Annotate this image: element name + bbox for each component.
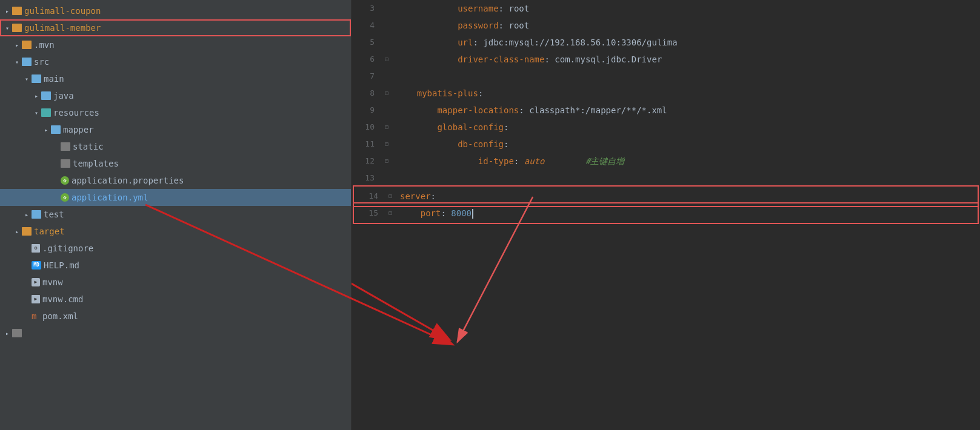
tree-item-gulimall-member[interactable]: gulimall-member — [0, 19, 351, 36]
tree-item-mvnw[interactable]: ▶ mvnw — [0, 274, 351, 291]
folder-icon — [32, 210, 41, 219]
line-number: 5 — [352, 34, 382, 51]
fold-gutter: ⊟ — [385, 188, 395, 205]
line-number: 9 — [352, 102, 382, 119]
tree-label: gulimall-coupon — [24, 6, 101, 16]
tree-item-main[interactable]: main — [0, 70, 351, 87]
tree-arrow — [41, 127, 51, 133]
folder-icon — [22, 227, 32, 236]
folder-icon — [51, 125, 61, 134]
code-content: mapper-locations: classpath*:/mapper/**/… — [392, 102, 667, 119]
tree-item-gitignore[interactable]: ⚙ .gitignore — [0, 240, 351, 257]
code-content: url: jdbc:mysql://192.168.56.10:3306/gul… — [392, 34, 678, 51]
fold-gutter: ⊟ — [382, 136, 392, 153]
spring-icon: ✿ — [61, 176, 69, 185]
fold-gutter — [382, 102, 392, 119]
code-line-9: 9 mapper-locations: classpath*:/mapper/*… — [352, 102, 980, 119]
tree-item-target[interactable]: target — [0, 223, 351, 240]
code-line-12: 12 ⊟ id-type: auto #主键自增 — [352, 153, 980, 170]
code-line-7: 7 — [352, 68, 980, 85]
line-number: 15 — [355, 205, 385, 222]
code-line-14: 14 ⊟ server: — [355, 188, 976, 205]
code-content — [392, 170, 396, 187]
folder-icon — [12, 7, 22, 15]
line-number: 3 — [352, 0, 382, 17]
fold-gutter — [382, 0, 392, 17]
tree-item-resources[interactable]: resources — [0, 104, 351, 121]
fold-gutter — [382, 68, 392, 85]
code-line-5: 5 url: jdbc:mysql://192.168.56.10:3306/g… — [352, 34, 980, 51]
tree-label: src — [34, 57, 49, 67]
tree-item-test[interactable]: test — [0, 206, 351, 223]
tree-arrow — [22, 211, 32, 218]
tree-label: .gitignore — [42, 243, 93, 253]
tree-arrow — [2, 8, 12, 15]
tree-item-application-properties[interactable]: ✿ application.properties — [0, 172, 351, 189]
fold-gutter: ⊟ — [382, 85, 392, 102]
file-icon: ⚙ — [32, 244, 40, 253]
mvnwcmd-icon: ▶ — [32, 295, 40, 303]
file-tree: gulimall-coupon gulimall-member .mvn src… — [0, 0, 352, 430]
code-content: username: root — [392, 0, 529, 17]
tree-label: .mvn — [34, 40, 55, 50]
tree-label: mapper — [63, 125, 94, 134]
line-number: 6 — [352, 51, 382, 68]
folder-icon — [22, 41, 32, 49]
tree-item-application-yml[interactable]: ✿ application.yml — [0, 189, 351, 206]
tree-arrow — [12, 228, 22, 235]
tree-item-help-md[interactable]: MD HELP.md — [0, 257, 351, 274]
editor-panel: 3 username: root 4 password: root 5 url:… — [352, 0, 980, 430]
line-number: 10 — [352, 119, 382, 136]
fold-gutter: ⊟ — [382, 153, 392, 170]
folder-icon — [12, 329, 22, 337]
tree-item-mvnw-cmd[interactable]: ▶ mvnw.cmd — [0, 291, 351, 308]
tree-item-mvn[interactable]: .mvn — [0, 36, 351, 53]
line-number: 13 — [352, 170, 382, 187]
tree-item-pom-xml[interactable]: m pom.xml — [0, 308, 351, 325]
folder-icon — [61, 159, 70, 168]
maven-icon: m — [32, 312, 40, 320]
tree-label: main — [44, 74, 64, 84]
code-content: password: root — [392, 17, 529, 34]
code-line-4: 4 password: root — [352, 17, 980, 34]
folder-icon — [22, 58, 32, 66]
code-line-11: 11 ⊟ db-config: — [352, 136, 980, 153]
code-content: mybatis-plus: — [392, 85, 483, 102]
code-line-6: 6 ⊟ driver-class-name: com.mysql.jdbc.Dr… — [352, 51, 980, 68]
tree-arrow — [2, 330, 12, 337]
fold-gutter: ⊟ — [382, 119, 392, 136]
tree-label: application.yml — [72, 193, 148, 202]
fold-gutter — [382, 34, 392, 51]
tree-label: templates — [73, 159, 119, 168]
tree-item-java[interactable]: java — [0, 87, 351, 104]
tree-item-mapper[interactable]: mapper — [0, 121, 351, 138]
tree-item-templates[interactable]: templates — [0, 155, 351, 172]
mvnw-icon: ▶ — [32, 278, 40, 286]
tree-item-src[interactable]: src — [0, 53, 351, 70]
folder-icon — [41, 108, 51, 117]
tree-label: pom.xml — [42, 311, 78, 321]
tree-item-gulimall-coupon[interactable]: gulimall-coupon — [0, 2, 351, 19]
code-editor[interactable]: 3 username: root 4 password: root 5 url:… — [352, 0, 980, 430]
folder-icon — [61, 142, 70, 151]
line-number: 11 — [352, 136, 382, 153]
tree-arrow — [32, 110, 41, 116]
tree-label: static — [73, 142, 104, 151]
line-number: 7 — [352, 68, 382, 85]
code-line-8: 8 ⊟ mybatis-plus: — [352, 85, 980, 102]
spring-icon: ✿ — [61, 193, 69, 202]
tree-label: java — [53, 91, 74, 101]
folder-icon — [32, 74, 41, 83]
tree-arrow — [12, 42, 22, 48]
fold-gutter — [382, 17, 392, 34]
tree-label: mvnw.cmd — [42, 294, 83, 304]
tree-item-static[interactable]: static — [0, 138, 351, 155]
code-line-10: 10 ⊟ global-config: — [352, 119, 980, 136]
code-content — [392, 68, 396, 85]
tree-label: HELP.md — [44, 260, 79, 270]
tree-label: resources — [53, 108, 99, 117]
tree-arrow — [22, 76, 32, 82]
tree-arrow — [12, 59, 22, 65]
tree-item-more[interactable] — [0, 325, 351, 342]
code-content: db-config: — [392, 136, 508, 153]
